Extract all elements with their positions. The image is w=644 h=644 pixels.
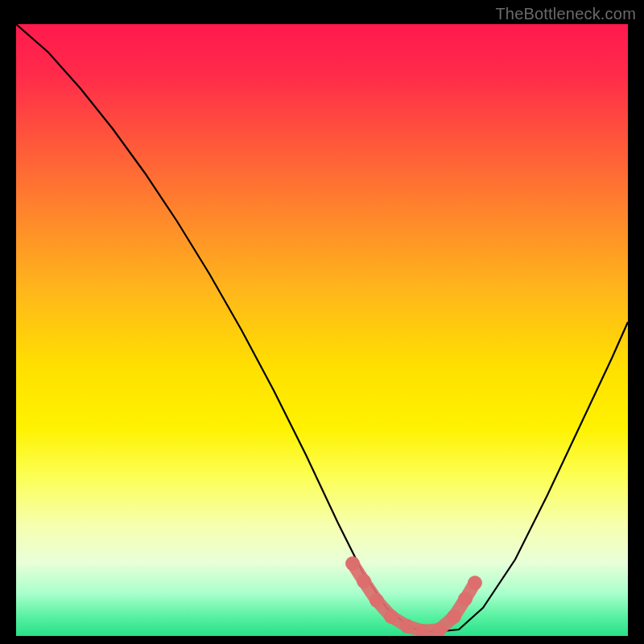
bottleneck-curve-path <box>16 24 628 632</box>
highlight-dot <box>468 576 482 590</box>
highlight-band <box>345 556 482 636</box>
chart-svg <box>16 24 628 636</box>
plot-area <box>16 24 628 636</box>
watermark-text: TheBottleneck.com <box>495 5 636 23</box>
